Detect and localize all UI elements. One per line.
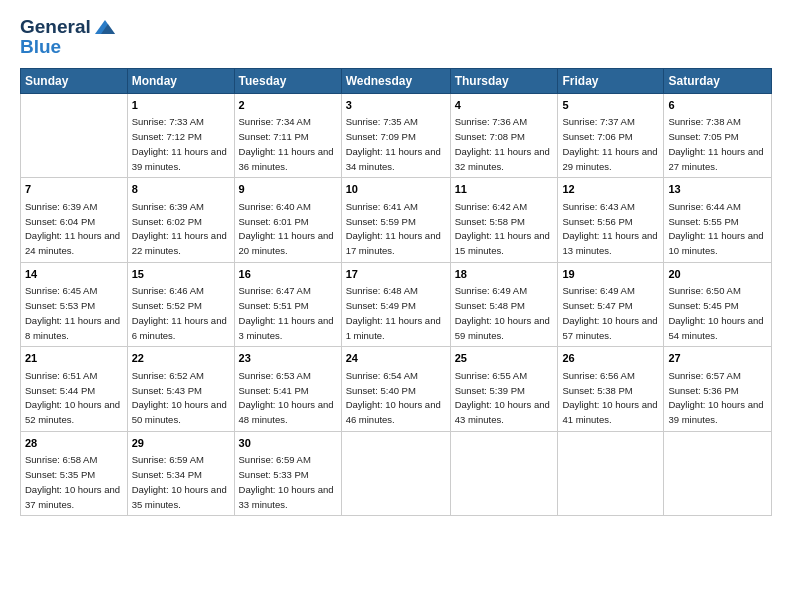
header-tuesday: Tuesday: [234, 69, 341, 94]
calendar-cell: [664, 431, 772, 515]
logo: General Blue: [20, 16, 115, 58]
day-number: 21: [25, 351, 123, 366]
calendar-week-1: 1Sunrise: 7:33 AMSunset: 7:12 PMDaylight…: [21, 94, 772, 178]
calendar-cell: 1Sunrise: 7:33 AMSunset: 7:12 PMDaylight…: [127, 94, 234, 178]
calendar-cell: 16Sunrise: 6:47 AMSunset: 5:51 PMDayligh…: [234, 262, 341, 346]
header-friday: Friday: [558, 69, 664, 94]
calendar-week-2: 7Sunrise: 6:39 AMSunset: 6:04 PMDaylight…: [21, 178, 772, 262]
calendar-cell: 25Sunrise: 6:55 AMSunset: 5:39 PMDayligh…: [450, 347, 558, 431]
sunrise-text: Sunrise: 6:41 AMSunset: 5:59 PMDaylight:…: [346, 201, 441, 256]
calendar-cell: 24Sunrise: 6:54 AMSunset: 5:40 PMDayligh…: [341, 347, 450, 431]
calendar-cell: 3Sunrise: 7:35 AMSunset: 7:09 PMDaylight…: [341, 94, 450, 178]
header-wednesday: Wednesday: [341, 69, 450, 94]
calendar-cell: 14Sunrise: 6:45 AMSunset: 5:53 PMDayligh…: [21, 262, 128, 346]
calendar-cell: 5Sunrise: 7:37 AMSunset: 7:06 PMDaylight…: [558, 94, 664, 178]
calendar-cell: 22Sunrise: 6:52 AMSunset: 5:43 PMDayligh…: [127, 347, 234, 431]
calendar-cell: 10Sunrise: 6:41 AMSunset: 5:59 PMDayligh…: [341, 178, 450, 262]
sunrise-text: Sunrise: 7:38 AMSunset: 7:05 PMDaylight:…: [668, 116, 763, 171]
calendar-page: General Blue SundayMondayTuesdayWednesda…: [0, 0, 792, 612]
day-number: 15: [132, 267, 230, 282]
sunrise-text: Sunrise: 6:59 AMSunset: 5:34 PMDaylight:…: [132, 454, 227, 509]
sunrise-text: Sunrise: 7:35 AMSunset: 7:09 PMDaylight:…: [346, 116, 441, 171]
calendar-cell: 11Sunrise: 6:42 AMSunset: 5:58 PMDayligh…: [450, 178, 558, 262]
day-number: 14: [25, 267, 123, 282]
sunrise-text: Sunrise: 6:47 AMSunset: 5:51 PMDaylight:…: [239, 285, 334, 340]
sunrise-text: Sunrise: 6:42 AMSunset: 5:58 PMDaylight:…: [455, 201, 550, 256]
calendar-cell: 29Sunrise: 6:59 AMSunset: 5:34 PMDayligh…: [127, 431, 234, 515]
day-number: 8: [132, 182, 230, 197]
calendar-cell: [21, 94, 128, 178]
day-number: 18: [455, 267, 554, 282]
day-number: 24: [346, 351, 446, 366]
day-number: 23: [239, 351, 337, 366]
calendar-week-3: 14Sunrise: 6:45 AMSunset: 5:53 PMDayligh…: [21, 262, 772, 346]
sunrise-text: Sunrise: 6:55 AMSunset: 5:39 PMDaylight:…: [455, 370, 550, 425]
sunrise-text: Sunrise: 6:48 AMSunset: 5:49 PMDaylight:…: [346, 285, 441, 340]
calendar-cell: [450, 431, 558, 515]
calendar-cell: 21Sunrise: 6:51 AMSunset: 5:44 PMDayligh…: [21, 347, 128, 431]
header-monday: Monday: [127, 69, 234, 94]
day-number: 7: [25, 182, 123, 197]
calendar-cell: 17Sunrise: 6:48 AMSunset: 5:49 PMDayligh…: [341, 262, 450, 346]
sunrise-text: Sunrise: 7:33 AMSunset: 7:12 PMDaylight:…: [132, 116, 227, 171]
day-number: 4: [455, 98, 554, 113]
calendar-cell: 9Sunrise: 6:40 AMSunset: 6:01 PMDaylight…: [234, 178, 341, 262]
header-saturday: Saturday: [664, 69, 772, 94]
calendar-cell: 27Sunrise: 6:57 AMSunset: 5:36 PMDayligh…: [664, 347, 772, 431]
sunrise-text: Sunrise: 6:39 AMSunset: 6:04 PMDaylight:…: [25, 201, 120, 256]
day-number: 30: [239, 436, 337, 451]
calendar-cell: 26Sunrise: 6:56 AMSunset: 5:38 PMDayligh…: [558, 347, 664, 431]
sunrise-text: Sunrise: 6:57 AMSunset: 5:36 PMDaylight:…: [668, 370, 763, 425]
calendar-cell: 8Sunrise: 6:39 AMSunset: 6:02 PMDaylight…: [127, 178, 234, 262]
sunrise-text: Sunrise: 6:40 AMSunset: 6:01 PMDaylight:…: [239, 201, 334, 256]
logo-general: General: [20, 16, 91, 38]
day-number: 19: [562, 267, 659, 282]
calendar-week-5: 28Sunrise: 6:58 AMSunset: 5:35 PMDayligh…: [21, 431, 772, 515]
calendar-cell: [341, 431, 450, 515]
header-sunday: Sunday: [21, 69, 128, 94]
sunrise-text: Sunrise: 6:52 AMSunset: 5:43 PMDaylight:…: [132, 370, 227, 425]
calendar-header-row: SundayMondayTuesdayWednesdayThursdayFrid…: [21, 69, 772, 94]
day-number: 3: [346, 98, 446, 113]
calendar-cell: 15Sunrise: 6:46 AMSunset: 5:52 PMDayligh…: [127, 262, 234, 346]
day-number: 27: [668, 351, 767, 366]
day-number: 28: [25, 436, 123, 451]
calendar-cell: [558, 431, 664, 515]
day-number: 11: [455, 182, 554, 197]
day-number: 16: [239, 267, 337, 282]
sunrise-text: Sunrise: 6:49 AMSunset: 5:48 PMDaylight:…: [455, 285, 550, 340]
day-number: 26: [562, 351, 659, 366]
sunrise-text: Sunrise: 6:51 AMSunset: 5:44 PMDaylight:…: [25, 370, 120, 425]
day-number: 12: [562, 182, 659, 197]
sunrise-text: Sunrise: 6:45 AMSunset: 5:53 PMDaylight:…: [25, 285, 120, 340]
sunrise-text: Sunrise: 7:36 AMSunset: 7:08 PMDaylight:…: [455, 116, 550, 171]
day-number: 2: [239, 98, 337, 113]
calendar-cell: 13Sunrise: 6:44 AMSunset: 5:55 PMDayligh…: [664, 178, 772, 262]
calendar-cell: 18Sunrise: 6:49 AMSunset: 5:48 PMDayligh…: [450, 262, 558, 346]
day-number: 17: [346, 267, 446, 282]
day-number: 9: [239, 182, 337, 197]
calendar-table: SundayMondayTuesdayWednesdayThursdayFrid…: [20, 68, 772, 516]
day-number: 25: [455, 351, 554, 366]
day-number: 22: [132, 351, 230, 366]
sunrise-text: Sunrise: 6:56 AMSunset: 5:38 PMDaylight:…: [562, 370, 657, 425]
day-number: 6: [668, 98, 767, 113]
calendar-cell: 23Sunrise: 6:53 AMSunset: 5:41 PMDayligh…: [234, 347, 341, 431]
day-number: 5: [562, 98, 659, 113]
sunrise-text: Sunrise: 6:50 AMSunset: 5:45 PMDaylight:…: [668, 285, 763, 340]
day-number: 20: [668, 267, 767, 282]
day-number: 29: [132, 436, 230, 451]
calendar-cell: 30Sunrise: 6:59 AMSunset: 5:33 PMDayligh…: [234, 431, 341, 515]
calendar-cell: 4Sunrise: 7:36 AMSunset: 7:08 PMDaylight…: [450, 94, 558, 178]
sunrise-text: Sunrise: 6:44 AMSunset: 5:55 PMDaylight:…: [668, 201, 763, 256]
sunrise-text: Sunrise: 6:46 AMSunset: 5:52 PMDaylight:…: [132, 285, 227, 340]
sunrise-text: Sunrise: 6:49 AMSunset: 5:47 PMDaylight:…: [562, 285, 657, 340]
page-header: General Blue: [20, 16, 772, 58]
day-number: 1: [132, 98, 230, 113]
header-thursday: Thursday: [450, 69, 558, 94]
calendar-week-4: 21Sunrise: 6:51 AMSunset: 5:44 PMDayligh…: [21, 347, 772, 431]
calendar-cell: 6Sunrise: 7:38 AMSunset: 7:05 PMDaylight…: [664, 94, 772, 178]
day-number: 13: [668, 182, 767, 197]
day-number: 10: [346, 182, 446, 197]
calendar-cell: 19Sunrise: 6:49 AMSunset: 5:47 PMDayligh…: [558, 262, 664, 346]
